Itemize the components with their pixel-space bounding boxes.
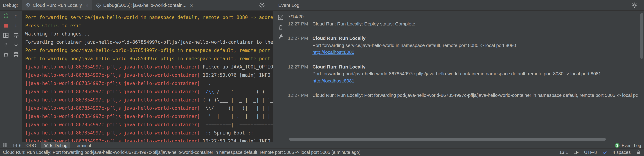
console-line: [java-hello-world-867854997c-pfljs java-… (25, 129, 273, 137)
event-time: 12:27 PM (288, 63, 312, 84)
line-separator[interactable]: LF (574, 150, 579, 155)
indent-setting[interactable]: 4 spaces (613, 150, 631, 155)
console-line: [java-hello-world-867854997c-pfljs java-… (25, 112, 273, 121)
event-log-header: Event Log (273, 0, 644, 11)
event-body: Port forwarding pod/java-hello-world-867… (312, 70, 638, 77)
event-time: 12:27 PM (288, 20, 312, 27)
event-title: Cloud Run: Run Locally (312, 63, 638, 70)
cloud-run-icon (25, 2, 30, 8)
console-line: Port forwarding service/java-hello-world… (25, 13, 273, 21)
event-log-entry: 12:27 PMCloud Run: Run LocallyPort forwa… (288, 63, 638, 84)
tool-window-bar: 6: TODO 5: Debug Terminal 3 Event Log (0, 142, 644, 149)
console-line: [java-hello-world-867854997c-pfljs java-… (25, 121, 273, 129)
event-link[interactable]: http://localhost:8081 (312, 77, 638, 84)
caret-position[interactable]: 13:1 (559, 150, 568, 155)
console-line: [java-hello-world-867854997c-pfljs java-… (25, 87, 273, 96)
event-text: Cloud Run: Run Locally: Port forwarding … (312, 92, 638, 99)
debug-bug-icon (44, 143, 48, 148)
cloud-run-icon (96, 2, 101, 8)
scroll-to-end-icon[interactable] (13, 42, 19, 48)
event-time: 12:27 PM (288, 92, 312, 99)
event-content: Cloud Run: Run Locally: Port forwarding … (312, 92, 638, 99)
notification-badge: 3 (615, 143, 620, 148)
event-log-title: Event Log (273, 2, 299, 8)
event-log-content[interactable]: 7/14/20 12:27 PMCloud Run: Run Locally: … (288, 11, 644, 142)
console-output[interactable]: Port forwarding service/java-hello-world… (22, 11, 273, 142)
event-log-date: 7/14/20 (288, 13, 638, 20)
close-icon[interactable]: × (190, 3, 193, 8)
event-log-button[interactable]: 3 Event Log (615, 143, 642, 148)
debug-label: Debug: (0, 2, 22, 8)
tab-terminal[interactable]: Terminal (72, 142, 94, 149)
event-log-entry: 12:27 PMCloud Run: Run Locally: Port for… (288, 92, 638, 99)
tab-label: Terminal (75, 143, 91, 148)
print-icon[interactable] (13, 52, 19, 58)
tab-label: Debug(5005): java-hello-world-contain... (103, 2, 186, 8)
console-line: Forwarding container java-hello-world-86… (25, 38, 273, 46)
console-line: [java-hello-world-867854997c-pfljs java-… (25, 79, 273, 87)
event-text: Cloud Run: Run Locally: Deploy status: C… (312, 20, 638, 27)
tab-debug[interactable]: 5: Debug (40, 142, 70, 149)
status-bar: Cloud Run: Run Locally: Port forwarding … (0, 149, 644, 156)
ide-window: Debug: Cloud Run: Run Locally × Debug(50… (0, 0, 644, 156)
todo-icon (12, 143, 17, 148)
console-line: Press Ctrl+C to exit (25, 21, 273, 30)
console-line: [java-hello-world-867854997c-pfljs java-… (25, 96, 273, 104)
debug-tab-bar: Debug: Cloud Run: Run Locally × Debug(50… (0, 0, 273, 11)
tab-todo[interactable]: 6: TODO (10, 142, 39, 149)
console-line: [java-hello-world-867854997c-pfljs java-… (25, 104, 273, 112)
event-log-toolbar (273, 11, 288, 142)
event-title: Cloud Run: Run Locally (312, 35, 638, 42)
console-line: Port forwarding pod/java-hello-world-867… (25, 46, 273, 55)
tab-debug-5005[interactable]: Debug(5005): java-hello-world-contain...… (92, 0, 196, 10)
debug-toolbar: ↑ ↓ (0, 11, 22, 142)
event-content: Cloud Run: Run Locally: Deploy status: C… (312, 20, 638, 27)
vertical-scrollbar[interactable] (640, 13, 643, 59)
stop-icon[interactable] (3, 23, 9, 29)
restore-layout-icon[interactable] (3, 32, 9, 38)
console-line: Watching for changes... (25, 30, 273, 38)
step-down-icon[interactable]: ↓ (13, 23, 19, 29)
close-icon[interactable]: × (86, 3, 88, 8)
clear-all-icon[interactable] (3, 52, 9, 58)
event-log-entries: 12:27 PMCloud Run: Run Locally: Deploy s… (288, 20, 638, 99)
event-log-entry: 12:27 PMCloud Run: Run Locally: Deploy s… (288, 20, 638, 27)
event-log-button-label: Event Log (622, 143, 641, 148)
tab-cloud-run-locally[interactable]: Cloud Run: Run Locally × (22, 0, 92, 10)
settings-gear-icon[interactable] (632, 2, 638, 8)
event-log-entry: 12:27 PMCloud Run: Run LocallyPort forwa… (288, 35, 638, 56)
checkmark-icon[interactable] (602, 150, 607, 155)
event-content: Cloud Run: Run LocallyPort forwarding se… (312, 35, 638, 56)
lock-icon[interactable] (636, 150, 641, 155)
pin-icon[interactable] (3, 42, 9, 48)
console-line: [java-hello-world-867854997c-pfljs java-… (25, 137, 273, 142)
event-body: Port forwarding service/java-hello-world… (312, 42, 638, 49)
settings-wrench-icon[interactable] (278, 34, 284, 40)
step-up-icon[interactable]: ↑ (13, 13, 19, 19)
clear-all-icon[interactable] (278, 24, 284, 30)
rerun-icon[interactable] (3, 13, 9, 19)
event-time: 12:27 PM (288, 35, 312, 56)
console-line: [java-hello-world-867854997c-pfljs java-… (25, 63, 273, 71)
tab-label: Cloud Run: Run Locally (33, 2, 82, 8)
tab-label: 6: TODO (19, 143, 36, 148)
console-line: Port forwarding pod/java-hello-world-867… (25, 55, 273, 63)
status-message: Cloud Run: Run Locally: Port forwarding … (3, 150, 554, 155)
mark-read-icon[interactable] (278, 14, 284, 20)
tool-window-switcher-icon[interactable] (2, 142, 8, 149)
tab-label: 5: Debug (50, 143, 67, 148)
settings-gear-icon[interactable] (259, 2, 265, 8)
horizontal-scrollbar[interactable] (289, 138, 606, 141)
console-line: [java-hello-world-867854997c-pfljs java-… (25, 71, 273, 79)
soft-wrap-icon[interactable] (13, 32, 19, 38)
event-content: Cloud Run: Run LocallyPort forwarding po… (312, 63, 638, 84)
event-link[interactable]: http://localhost:8080 (312, 49, 638, 56)
encoding[interactable]: UTF-8 (584, 150, 597, 155)
